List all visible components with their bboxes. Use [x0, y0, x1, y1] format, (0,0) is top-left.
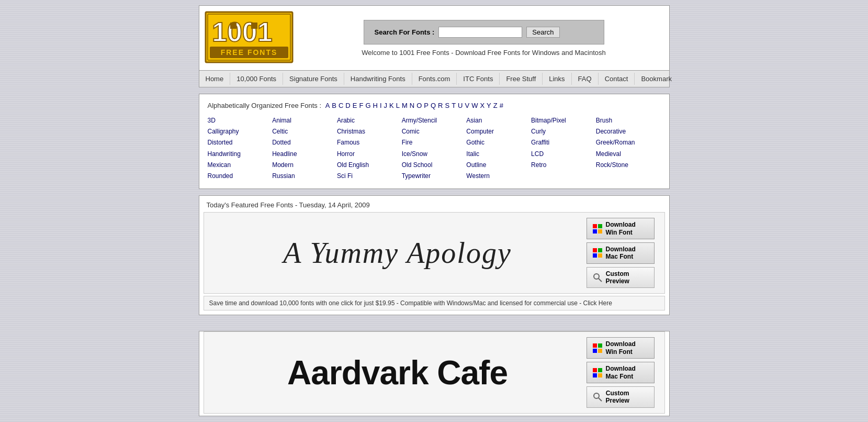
category-3d[interactable]: 3D [208, 116, 273, 126]
category-animal[interactable]: Animal [272, 116, 337, 126]
svg-rect-8 [598, 224, 602, 228]
category-comic[interactable]: Comic [402, 127, 467, 137]
nav-contact[interactable]: Contact [599, 73, 635, 85]
download-win-font-button-2[interactable]: DownloadWin Font [587, 337, 655, 359]
category-christmas[interactable]: Christmas [337, 127, 402, 137]
alpha-link-N[interactable]: N [410, 102, 414, 109]
category-famous[interactable]: Famous [337, 138, 402, 148]
logo-svg: 1001 FREE FONTS [205, 11, 294, 63]
nav-10000[interactable]: 10,000 Fonts [230, 73, 283, 85]
download-mac-font-button-1[interactable]: DownloadMac Font [587, 242, 655, 264]
nav-itc[interactable]: ITC Fonts [457, 73, 500, 85]
alpha-link-F[interactable]: F [359, 102, 363, 109]
category-arabic[interactable]: Arabic [337, 116, 402, 126]
svg-line-26 [599, 398, 602, 401]
alpha-link-O[interactable]: O [416, 102, 422, 109]
category-celtic[interactable]: Celtic [272, 127, 337, 137]
alpha-link-R[interactable]: R [438, 102, 443, 109]
alpha-link-K[interactable]: K [389, 102, 394, 109]
alpha-link-I[interactable]: I [380, 102, 382, 109]
header: 1001 FREE FONTS Search For Fonts : Searc… [199, 5, 670, 71]
category-calligraphy[interactable]: Calligraphy [208, 127, 273, 137]
download-win-font-button-1[interactable]: DownloadWin Font [587, 218, 655, 239]
alpha-link-Z[interactable]: Z [493, 102, 498, 109]
nav-signature[interactable]: Signature Fonts [283, 73, 344, 85]
category-ice-snow[interactable]: Ice/Snow [402, 149, 467, 159]
categories-grid: 3DAnimalArabicArmy/StencilAsianBitmap/Pi… [208, 116, 661, 181]
category-brush[interactable]: Brush [596, 116, 661, 126]
category-rock-stone[interactable]: Rock/Stone [596, 160, 661, 170]
alpha-link-Y[interactable]: Y [487, 102, 491, 109]
category-computer[interactable]: Computer [466, 127, 531, 137]
svg-line-16 [599, 279, 602, 282]
category-curly[interactable]: Curly [531, 127, 596, 137]
alpha-link-T[interactable]: T [452, 102, 456, 109]
category-headline[interactable]: Headline [272, 149, 337, 159]
alpha-link-W[interactable]: W [471, 102, 478, 109]
alpha-link-H[interactable]: H [373, 102, 378, 109]
alpha-link-U[interactable]: U [458, 102, 463, 109]
category-western[interactable]: Western [466, 171, 531, 181]
category-bitmap-pixel[interactable]: Bitmap/Pixel [531, 116, 596, 126]
category-horror[interactable]: Horror [337, 149, 402, 159]
save-banner[interactable]: Save time and download 10,000 fonts with… [204, 296, 665, 310]
category-old-english[interactable]: Old English [337, 160, 402, 170]
category-greek-roman[interactable]: Greek/Roman [596, 138, 661, 148]
category-sci-fi[interactable]: Sci Fi [337, 171, 402, 181]
alpha-link-B[interactable]: B [332, 102, 336, 109]
category-graffiti[interactable]: Graffiti [531, 138, 596, 148]
alpha-link-E[interactable]: E [353, 102, 357, 109]
category-old-school[interactable]: Old School [402, 160, 467, 170]
category-medieval[interactable]: Medieval [596, 149, 661, 159]
nav-home[interactable]: Home [199, 73, 231, 85]
alpha-link-#[interactable]: # [500, 102, 503, 109]
category-rounded[interactable]: Rounded [208, 171, 273, 181]
category-retro[interactable]: Retro [531, 160, 596, 170]
download-mac-font-button-2[interactable]: DownloadMac Font [587, 362, 655, 383]
category-modern[interactable]: Modern [272, 160, 337, 170]
featured-section-2: Aardvark Cafe DownloadWin Font [199, 331, 670, 416]
alpha-link-L[interactable]: L [396, 102, 400, 109]
svg-rect-14 [598, 253, 602, 258]
category-decorative[interactable]: Decorative [596, 127, 661, 137]
category-asian[interactable]: Asian [466, 116, 531, 126]
search-input[interactable] [438, 27, 522, 38]
custom-preview-label-1: CustomPreview [606, 270, 629, 285]
nav-handwriting[interactable]: Handwriting Fonts [344, 73, 412, 85]
svg-rect-19 [593, 349, 597, 353]
alpha-link-C[interactable]: C [339, 102, 343, 109]
category-army-stencil[interactable]: Army/Stencil [402, 116, 467, 126]
category-typewriter[interactable]: Typewriter [402, 171, 467, 181]
category-outline[interactable]: Outline [466, 160, 531, 170]
alpha-link-V[interactable]: V [465, 102, 469, 109]
category-lcd[interactable]: LCD [531, 149, 596, 159]
nav-links[interactable]: Links [543, 73, 571, 85]
font-buttons-1: DownloadWin Font DownloadMac Font [584, 218, 657, 288]
alpha-link-S[interactable]: S [445, 102, 449, 109]
alpha-link-Q[interactable]: Q [431, 102, 436, 109]
custom-preview-button-2[interactable]: CustomPreview [587, 386, 655, 408]
alpha-link-M[interactable]: M [402, 102, 408, 109]
category-gothic[interactable]: Gothic [466, 138, 531, 148]
category-italic[interactable]: Italic [466, 149, 531, 159]
nav-bookmark[interactable]: Bookmark [635, 73, 678, 85]
alpha-link-X[interactable]: X [480, 102, 484, 109]
alpha-link-P[interactable]: P [424, 102, 429, 109]
logo[interactable]: 1001 FREE FONTS [205, 11, 294, 65]
alpha-link-J[interactable]: J [384, 102, 388, 109]
category-distorted[interactable]: Distorted [208, 138, 273, 148]
nav-fontscom[interactable]: Fonts.com [412, 73, 457, 85]
category-fire[interactable]: Fire [402, 138, 467, 148]
alpha-link-G[interactable]: G [365, 102, 370, 109]
search-button[interactable]: Search [526, 27, 559, 38]
custom-preview-button-1[interactable]: CustomPreview [587, 267, 655, 288]
category-russian[interactable]: Russian [272, 171, 337, 181]
category-mexican[interactable]: Mexican [208, 160, 273, 170]
nav-freestuff[interactable]: Free Stuff [500, 73, 543, 85]
category-dotted[interactable]: Dotted [272, 138, 337, 148]
mac-icon-2 [592, 368, 603, 378]
nav-faq[interactable]: FAQ [572, 73, 599, 85]
alpha-link-A[interactable]: A [325, 102, 330, 109]
category-handwriting[interactable]: Handwriting [208, 149, 273, 159]
alpha-link-D[interactable]: D [345, 102, 350, 109]
